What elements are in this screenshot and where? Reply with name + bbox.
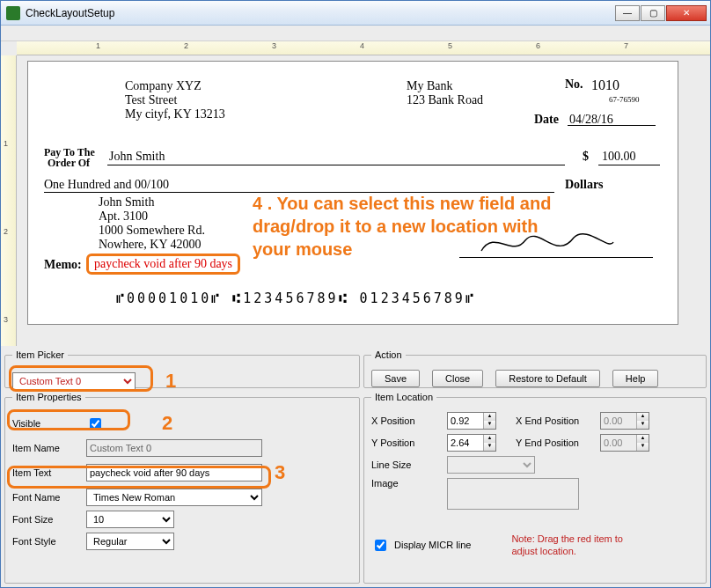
display-micr-checkbox[interactable] — [375, 540, 386, 551]
display-micr-label: Display MICR line — [394, 540, 471, 550]
memo-text[interactable]: paycheck void after 90 days — [86, 254, 240, 275]
font-size-label: Font Size — [12, 514, 81, 525]
xend-label: X End Position — [516, 415, 595, 426]
app-window: CheckLayoutSetup — ▢ ✕ 1 2 3 4 5 6 7 1 2… — [0, 0, 711, 588]
toolbar-hint — [1, 26, 710, 41]
design-surface: 1 2 3 Company XYZ Test Street My cityf, … — [1, 55, 710, 346]
dollars-label[interactable]: Dollars — [565, 178, 604, 192]
item-location-legend: Item Location — [371, 392, 436, 402]
visible-label: Visible — [12, 418, 81, 429]
item-name-input — [86, 439, 262, 457]
font-size-combo[interactable]: 10 — [86, 511, 174, 528]
item-picker-combo[interactable]: Custom Text 0 — [12, 372, 136, 390]
addr-4[interactable]: Nowhere, KY 42000 — [99, 238, 202, 252]
image-well — [447, 478, 579, 510]
yend-label: Y End Position — [516, 437, 595, 448]
lower-panels: Item Picker Custom Text 0 1 Item Propert… — [1, 346, 710, 587]
restore-default-button[interactable]: Restore to Default — [495, 370, 600, 387]
xpos-spinner[interactable]: ▲▼ — [447, 412, 496, 430]
window-controls: — ▢ ✕ — [614, 5, 707, 21]
check-no-label[interactable]: No. — [565, 77, 583, 92]
bank-name[interactable]: My Bank — [407, 79, 453, 93]
check-no[interactable]: 1010 — [591, 77, 619, 93]
help-button[interactable]: Help — [612, 370, 659, 387]
item-properties-group: Item Properties Visible 2 Item Name Item… — [4, 392, 360, 584]
font-name-combo[interactable]: Times New Roman — [86, 489, 262, 506]
ruler-vertical: 1 2 3 — [1, 55, 17, 346]
check-preview[interactable]: Company XYZ Test Street My cityf, KY 132… — [27, 61, 678, 325]
addr-3[interactable]: 1000 Somewhere Rd. — [99, 224, 205, 238]
action-legend: Action — [371, 349, 406, 360]
item-picker-group: Item Picker Custom Text 0 1 — [4, 349, 360, 388]
image-label: Image — [371, 478, 442, 489]
item-properties-legend: Item Properties — [12, 392, 85, 402]
action-group: Action Save Close Restore to Default Hel… — [363, 349, 707, 388]
date-label[interactable]: Date — [534, 113, 559, 127]
annotation-1: 1 — [165, 370, 176, 393]
payee[interactable]: John Smith — [109, 150, 165, 164]
line-size-label: Line Size — [371, 459, 442, 470]
font-style-combo[interactable]: Regular — [86, 533, 174, 550]
maximize-button[interactable]: ▢ — [641, 5, 665, 21]
micr-line[interactable]: ⑈00001010⑈ ⑆123456789⑆ 0123456789⑈ — [116, 290, 476, 306]
ruler-horizontal: 1 2 3 4 5 6 7 — [17, 41, 710, 55]
company-city[interactable]: My cityf, KY 13213 — [125, 107, 225, 121]
note-text: Note: Drag the red item to adjust locati… — [511, 533, 643, 558]
font-name-label: Font Name — [12, 492, 81, 503]
item-text-input[interactable] — [86, 464, 262, 481]
left-column: Item Picker Custom Text 0 1 Item Propert… — [4, 349, 360, 584]
line-size-combo — [447, 456, 535, 474]
window-title: CheckLayoutSetup — [26, 7, 114, 19]
right-column: Action Save Close Restore to Default Hel… — [363, 349, 707, 584]
addr-1[interactable]: John Smith — [99, 195, 154, 209]
addr-2[interactable]: Apt. 3100 — [99, 209, 148, 224]
bank-street[interactable]: 123 Bank Road — [407, 93, 483, 107]
item-picker-legend: Item Picker — [12, 349, 68, 360]
item-name-label: Item Name — [12, 443, 81, 453]
yend-spinner[interactable]: ▲▼ — [600, 434, 649, 452]
annotation-2: 2 — [162, 412, 172, 435]
company-name[interactable]: Company XYZ — [125, 79, 202, 93]
canvas[interactable]: Company XYZ Test Street My cityf, KY 132… — [17, 55, 710, 346]
app-icon — [6, 6, 20, 20]
amount[interactable]: 100.00 — [602, 150, 636, 164]
amount-words[interactable]: One Hundred and 00/100 — [44, 178, 169, 192]
close-action-button[interactable]: Close — [432, 370, 483, 387]
minimize-button[interactable]: — — [615, 5, 640, 21]
annotation-4: 4 . You can select this new field and dr… — [253, 192, 552, 261]
close-button[interactable]: ✕ — [666, 5, 707, 21]
xpos-label: X Position — [371, 415, 442, 426]
visible-checkbox[interactable] — [90, 418, 101, 430]
item-text-label: Item Text — [12, 467, 81, 478]
xend-spinner[interactable]: ▲▼ — [600, 412, 649, 430]
memo-label[interactable]: Memo: — [44, 258, 82, 272]
save-button[interactable]: Save — [371, 370, 420, 387]
company-street[interactable]: Test Street — [125, 93, 177, 107]
annotation-3: 3 — [275, 461, 285, 484]
ypos-label: Y Position — [371, 437, 442, 448]
ypos-spinner[interactable]: ▲▼ — [447, 434, 496, 452]
font-style-label: Font Style — [12, 536, 81, 547]
amount-symbol[interactable]: $ — [583, 150, 589, 164]
routing-small[interactable]: 67-76590 — [609, 95, 640, 104]
pay-to-label-2[interactable]: Order Of — [48, 157, 90, 170]
item-location-group: Item Location X Position ▲▼ X End Positi… — [363, 392, 707, 584]
titlebar: CheckLayoutSetup — ▢ ✕ — [1, 1, 710, 26]
